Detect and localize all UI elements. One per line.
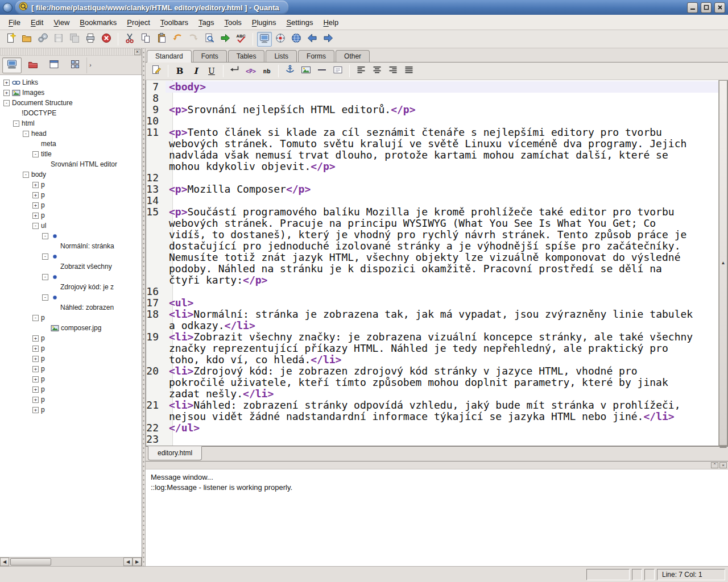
tree-item-p[interactable]: +p bbox=[0, 190, 142, 200]
menu-edit[interactable]: Edit bbox=[26, 15, 48, 30]
expand-icon[interactable]: + bbox=[32, 376, 39, 383]
tree-item-head[interactable]: -head bbox=[0, 128, 142, 139]
tree-item-p[interactable]: +p bbox=[0, 354, 142, 364]
tree-item-body[interactable]: -body bbox=[0, 169, 142, 180]
menu-toolbars[interactable]: Toolbars bbox=[155, 15, 193, 30]
tree-item-li-bullet[interactable]: - bbox=[0, 272, 142, 282]
expand-icon[interactable]: + bbox=[32, 346, 39, 352]
back-button[interactable] bbox=[305, 32, 320, 47]
scroll-up-icon[interactable]: ▲ bbox=[719, 80, 727, 446]
expand-icon[interactable]: + bbox=[3, 90, 10, 96]
tree-item-p[interactable]: +p bbox=[0, 210, 142, 221]
image-button[interactable] bbox=[299, 64, 313, 78]
tree-item-li-bullet[interactable]: - bbox=[0, 251, 142, 261]
menu-help[interactable]: Help bbox=[318, 15, 344, 30]
close-button[interactable] bbox=[714, 2, 725, 13]
sidebar-tab-templates[interactable] bbox=[44, 57, 64, 73]
align-right-button[interactable] bbox=[386, 64, 400, 78]
minimize-button[interactable] bbox=[687, 2, 698, 13]
tab-editory-html[interactable]: editory.html bbox=[148, 446, 202, 460]
expand-icon[interactable]: + bbox=[32, 407, 39, 413]
tree-item-p[interactable]: +p bbox=[0, 180, 142, 190]
menu-file[interactable]: File bbox=[3, 15, 26, 30]
collapse-icon[interactable]: - bbox=[42, 294, 48, 301]
window-menu-button[interactable] bbox=[3, 3, 13, 13]
expand-icon[interactable]: + bbox=[32, 213, 39, 219]
tree-item-p[interactable]: +p bbox=[0, 374, 142, 384]
sidebar-tab-project[interactable] bbox=[23, 57, 43, 73]
save-all-button[interactable] bbox=[67, 32, 82, 47]
menu-settings[interactable]: Settings bbox=[281, 15, 318, 30]
expand-icon[interactable]: + bbox=[32, 356, 39, 362]
bold-button[interactable]: B bbox=[172, 64, 187, 78]
collapse-icon[interactable]: - bbox=[42, 253, 48, 260]
collapse-icon[interactable]: - bbox=[23, 131, 29, 137]
message-close-icon[interactable]: × bbox=[719, 462, 727, 468]
expand-icon[interactable]: + bbox=[32, 386, 39, 393]
collapse-icon[interactable]: - bbox=[42, 274, 48, 280]
align-left-button[interactable] bbox=[354, 64, 369, 78]
expand-icon[interactable]: + bbox=[32, 192, 39, 198]
tree-item-n-hled-zobrazen[interactable]: Náhled: zobrazen bbox=[0, 302, 142, 313]
tree-item-p[interactable]: +p bbox=[0, 364, 142, 374]
new-file-button[interactable] bbox=[3, 32, 18, 47]
line-break-button[interactable] bbox=[228, 64, 242, 78]
sidebar-tabs-overflow-icon[interactable]: › bbox=[86, 57, 94, 73]
collapse-icon[interactable]: - bbox=[32, 151, 39, 157]
expand-icon[interactable]: + bbox=[3, 80, 10, 86]
menu-plugins[interactable]: Plugins bbox=[247, 15, 282, 30]
tree-item-p[interactable]: +p bbox=[0, 384, 142, 394]
collapse-icon[interactable]: - bbox=[32, 315, 39, 321]
toolbar-tab-forms[interactable]: Forms bbox=[298, 50, 334, 62]
browser-button[interactable] bbox=[289, 32, 304, 47]
tree-item-meta[interactable]: meta bbox=[0, 139, 142, 149]
tree-item-p[interactable]: -p bbox=[0, 313, 142, 323]
expand-icon[interactable]: + bbox=[32, 335, 39, 342]
non-breaking-space-button[interactable]: nb bbox=[259, 64, 274, 78]
toolbar-tab-standard[interactable]: Standard bbox=[147, 50, 192, 63]
tree-item-composer-jpg[interactable]: composer.jpg bbox=[0, 323, 142, 333]
gears-button[interactable] bbox=[35, 32, 50, 47]
tree-item-p[interactable]: +p bbox=[0, 333, 142, 343]
align-center-button[interactable] bbox=[370, 64, 384, 78]
copy-button[interactable] bbox=[138, 32, 153, 47]
close-document-button[interactable] bbox=[99, 32, 114, 47]
menu-tags[interactable]: Tags bbox=[193, 15, 219, 30]
menu-bookmarks[interactable]: Bookmarks bbox=[75, 15, 122, 30]
tag-edit-button[interactable] bbox=[149, 64, 164, 78]
preview-button[interactable] bbox=[257, 32, 272, 47]
expand-icon[interactable]: + bbox=[32, 202, 39, 209]
konqueror-button[interactable] bbox=[273, 32, 288, 47]
collapse-icon[interactable]: - bbox=[32, 223, 39, 229]
align-justify-button[interactable] bbox=[402, 64, 416, 78]
open-file-button[interactable] bbox=[19, 32, 34, 47]
sidebar-toolbar-handle[interactable]: × bbox=[0, 48, 142, 56]
sidebar-tab-doc-structure[interactable] bbox=[65, 57, 85, 73]
tree-item-ul[interactable]: -ul bbox=[0, 221, 142, 231]
collapse-icon[interactable]: - bbox=[42, 233, 48, 239]
tree-item-p[interactable]: +p bbox=[0, 200, 142, 210]
tree-item-srovn-n-html-editor[interactable]: Srovnání HTML editor bbox=[0, 159, 142, 169]
spellcheck-button[interactable]: ABC bbox=[234, 32, 249, 47]
message-shade-icon[interactable]: ⌃ bbox=[711, 462, 718, 468]
toolbar-tab-tables[interactable]: Tables bbox=[228, 50, 265, 62]
italic-button[interactable]: I bbox=[188, 64, 203, 78]
menu-view[interactable]: View bbox=[48, 15, 75, 30]
paragraph-button[interactable]: <P> bbox=[243, 64, 258, 78]
menu-project[interactable]: Project bbox=[122, 15, 155, 30]
toolbar-tab-lists[interactable]: Lists bbox=[266, 50, 297, 62]
tree-horizontal-scrollbar[interactable]: ◀ ◀ ▶ bbox=[0, 557, 142, 566]
anchor-button[interactable] bbox=[283, 64, 297, 78]
undo-button[interactable] bbox=[170, 32, 185, 47]
run-button[interactable] bbox=[218, 32, 233, 47]
comment-button[interactable] bbox=[330, 64, 345, 78]
tree-item-links[interactable]: +Links bbox=[0, 77, 142, 88]
tree-item-li-bullet[interactable]: - bbox=[0, 292, 142, 302]
print-button[interactable] bbox=[83, 32, 98, 47]
tree-hscroll-thumb[interactable] bbox=[10, 558, 51, 566]
tree-item-images[interactable]: +Images bbox=[0, 88, 142, 98]
expand-icon[interactable]: + bbox=[32, 366, 39, 372]
forward-button[interactable] bbox=[321, 32, 336, 47]
tree-item-title[interactable]: -title bbox=[0, 149, 142, 159]
expand-icon[interactable]: + bbox=[32, 397, 39, 403]
